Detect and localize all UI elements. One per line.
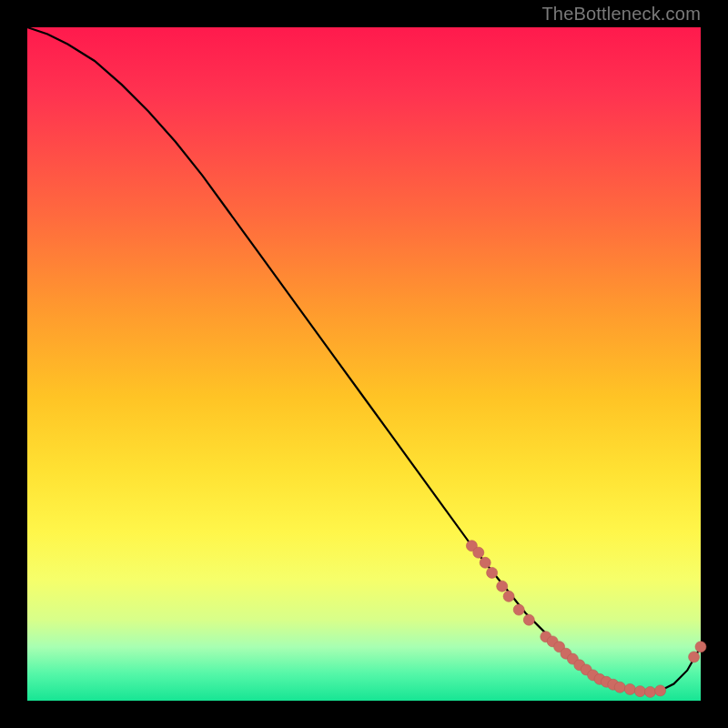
scatter-point [634,686,645,697]
scatter-points [466,541,706,698]
scatter-point [689,652,700,662]
chart-svg [27,27,701,701]
scatter-point [473,547,484,558]
scatter-point [497,581,508,592]
scatter-point [655,685,666,696]
chart-frame: TheBottleneck.com [0,0,728,728]
scatter-point [624,683,635,694]
watermark-text: TheBottleneck.com [541,4,701,25]
scatter-point [614,682,625,693]
scatter-point [480,557,490,568]
scatter-point [523,614,534,625]
plot-area [27,27,701,701]
scatter-point [503,591,514,602]
scatter-point [513,604,524,615]
scatter-point [487,567,498,578]
bottleneck-curve [27,27,701,692]
scatter-point [645,686,656,697]
scatter-point [695,642,706,652]
